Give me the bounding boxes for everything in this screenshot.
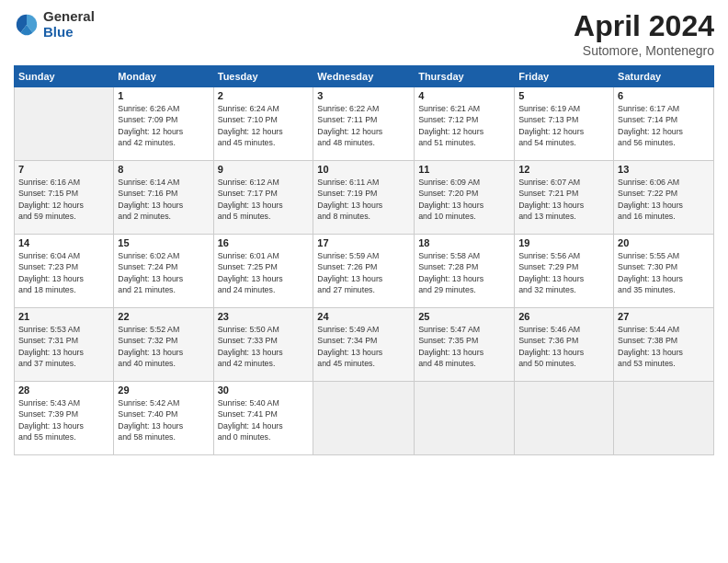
day-info-16: Sunrise: 6:01 AM Sunset: 7:25 PM Dayligh… xyxy=(218,250,310,295)
calendar-cell-w5-d7 xyxy=(614,382,714,455)
logo-general-text: General xyxy=(43,9,95,25)
calendar-cell-w4-d3: 23Sunrise: 5:50 AM Sunset: 7:33 PM Dayli… xyxy=(213,308,313,382)
day-info-27: Sunrise: 5:44 AM Sunset: 7:38 PM Dayligh… xyxy=(618,324,710,369)
day-number-16: 16 xyxy=(218,237,310,248)
day-info-14: Sunrise: 6:04 AM Sunset: 7:23 PM Dayligh… xyxy=(18,250,109,295)
day-number-18: 18 xyxy=(418,237,510,248)
day-number-14: 14 xyxy=(18,237,109,248)
day-number-22: 22 xyxy=(118,311,209,322)
day-info-1: Sunrise: 6:26 AM Sunset: 7:09 PM Dayligh… xyxy=(118,103,209,148)
calendar-cell-w4-d2: 22Sunrise: 5:52 AM Sunset: 7:32 PM Dayli… xyxy=(114,308,213,382)
day-info-30: Sunrise: 5:40 AM Sunset: 7:41 PM Dayligh… xyxy=(218,397,310,442)
calendar-cell-w2-d6: 12Sunrise: 6:07 AM Sunset: 7:21 PM Dayli… xyxy=(515,161,614,235)
calendar-header-row: Sunday Monday Tuesday Wednesday Thursday… xyxy=(15,66,714,87)
calendar-cell-w1-d7: 6Sunrise: 6:17 AM Sunset: 7:14 PM Daylig… xyxy=(614,87,714,161)
calendar-cell-w1-d4: 3Sunrise: 6:22 AM Sunset: 7:11 PM Daylig… xyxy=(313,87,415,161)
day-info-12: Sunrise: 6:07 AM Sunset: 7:21 PM Dayligh… xyxy=(518,177,609,222)
day-info-10: Sunrise: 6:11 AM Sunset: 7:19 PM Dayligh… xyxy=(317,177,410,222)
day-info-6: Sunrise: 6:17 AM Sunset: 7:14 PM Dayligh… xyxy=(618,103,710,148)
day-info-24: Sunrise: 5:49 AM Sunset: 7:34 PM Dayligh… xyxy=(317,324,410,369)
day-info-9: Sunrise: 6:12 AM Sunset: 7:17 PM Dayligh… xyxy=(218,177,310,222)
calendar-cell-w2-d1: 7Sunrise: 6:16 AM Sunset: 7:15 PM Daylig… xyxy=(15,161,114,235)
day-number-24: 24 xyxy=(317,311,410,322)
day-number-28: 28 xyxy=(18,385,109,396)
day-number-12: 12 xyxy=(518,164,609,175)
calendar-cell-w4-d1: 21Sunrise: 5:53 AM Sunset: 7:31 PM Dayli… xyxy=(15,308,114,382)
day-info-2: Sunrise: 6:24 AM Sunset: 7:10 PM Dayligh… xyxy=(218,103,310,148)
calendar-cell-w5-d1: 28Sunrise: 5:43 AM Sunset: 7:39 PM Dayli… xyxy=(15,382,114,455)
day-number-15: 15 xyxy=(118,237,209,248)
day-number-17: 17 xyxy=(317,237,410,248)
day-number-5: 5 xyxy=(518,90,609,101)
calendar-cell-w1-d3: 2Sunrise: 6:24 AM Sunset: 7:10 PM Daylig… xyxy=(213,87,313,161)
day-info-21: Sunrise: 5:53 AM Sunset: 7:31 PM Dayligh… xyxy=(18,324,109,369)
day-info-5: Sunrise: 6:19 AM Sunset: 7:13 PM Dayligh… xyxy=(518,103,609,148)
calendar-cell-w3-d2: 15Sunrise: 6:02 AM Sunset: 7:24 PM Dayli… xyxy=(114,235,213,308)
logo-text: General Blue xyxy=(43,9,95,40)
calendar-table: Sunday Monday Tuesday Wednesday Thursday… xyxy=(14,65,714,455)
day-info-15: Sunrise: 6:02 AM Sunset: 7:24 PM Dayligh… xyxy=(118,250,209,295)
calendar-cell-w2-d2: 8Sunrise: 6:14 AM Sunset: 7:16 PM Daylig… xyxy=(114,161,213,235)
day-info-22: Sunrise: 5:52 AM Sunset: 7:32 PM Dayligh… xyxy=(118,324,209,369)
day-number-21: 21 xyxy=(18,311,109,322)
day-number-1: 1 xyxy=(118,90,209,101)
calendar-cell-w2-d5: 11Sunrise: 6:09 AM Sunset: 7:20 PM Dayli… xyxy=(415,161,515,235)
day-number-19: 19 xyxy=(518,237,609,248)
calendar-title: April 2024 xyxy=(574,9,714,43)
day-info-26: Sunrise: 5:46 AM Sunset: 7:36 PM Dayligh… xyxy=(518,324,609,369)
day-info-28: Sunrise: 5:43 AM Sunset: 7:39 PM Dayligh… xyxy=(18,397,109,442)
logo-icon xyxy=(14,12,40,38)
logo-blue-text: Blue xyxy=(43,25,95,40)
day-number-10: 10 xyxy=(317,164,410,175)
calendar-cell-w3-d3: 16Sunrise: 6:01 AM Sunset: 7:25 PM Dayli… xyxy=(213,235,313,308)
day-number-20: 20 xyxy=(618,237,710,248)
day-number-4: 4 xyxy=(418,90,510,101)
calendar-cell-w5-d5 xyxy=(415,382,515,455)
day-info-7: Sunrise: 6:16 AM Sunset: 7:15 PM Dayligh… xyxy=(18,177,109,222)
calendar-cell-w5-d2: 29Sunrise: 5:42 AM Sunset: 7:40 PM Dayli… xyxy=(114,382,213,455)
calendar-week-5: 28Sunrise: 5:43 AM Sunset: 7:39 PM Dayli… xyxy=(15,382,714,455)
day-info-13: Sunrise: 6:06 AM Sunset: 7:22 PM Dayligh… xyxy=(618,177,710,222)
header-saturday: Saturday xyxy=(614,66,714,87)
calendar-cell-w1-d5: 4Sunrise: 6:21 AM Sunset: 7:12 PM Daylig… xyxy=(415,87,515,161)
day-info-20: Sunrise: 5:55 AM Sunset: 7:30 PM Dayligh… xyxy=(618,250,710,295)
day-number-9: 9 xyxy=(218,164,310,175)
day-info-17: Sunrise: 5:59 AM Sunset: 7:26 PM Dayligh… xyxy=(317,250,410,295)
calendar-cell-w4-d7: 27Sunrise: 5:44 AM Sunset: 7:38 PM Dayli… xyxy=(614,308,714,382)
calendar-cell-w4-d6: 26Sunrise: 5:46 AM Sunset: 7:36 PM Dayli… xyxy=(515,308,614,382)
day-info-11: Sunrise: 6:09 AM Sunset: 7:20 PM Dayligh… xyxy=(418,177,510,222)
day-info-23: Sunrise: 5:50 AM Sunset: 7:33 PM Dayligh… xyxy=(218,324,310,369)
calendar-cell-w4-d5: 25Sunrise: 5:47 AM Sunset: 7:35 PM Dayli… xyxy=(415,308,515,382)
day-info-3: Sunrise: 6:22 AM Sunset: 7:11 PM Dayligh… xyxy=(317,103,410,148)
calendar-cell-w2-d4: 10Sunrise: 6:11 AM Sunset: 7:19 PM Dayli… xyxy=(313,161,415,235)
header-thursday: Thursday xyxy=(415,66,515,87)
calendar-cell-w1-d1 xyxy=(15,87,114,161)
calendar-cell-w5-d6 xyxy=(515,382,614,455)
calendar-location: Sutomore, Montenegro xyxy=(574,43,714,58)
calendar-cell-w5-d3: 30Sunrise: 5:40 AM Sunset: 7:41 PM Dayli… xyxy=(213,382,313,455)
calendar-cell-w3-d4: 17Sunrise: 5:59 AM Sunset: 7:26 PM Dayli… xyxy=(313,235,415,308)
day-info-29: Sunrise: 5:42 AM Sunset: 7:40 PM Dayligh… xyxy=(118,397,209,442)
page-container: General Blue April 2024 Sutomore, Monten… xyxy=(0,0,728,465)
day-number-11: 11 xyxy=(418,164,510,175)
header: General Blue April 2024 Sutomore, Monten… xyxy=(14,9,714,58)
day-number-13: 13 xyxy=(618,164,710,175)
header-monday: Monday xyxy=(114,66,213,87)
logo: General Blue xyxy=(14,9,95,40)
calendar-cell-w3-d6: 19Sunrise: 5:56 AM Sunset: 7:29 PM Dayli… xyxy=(515,235,614,308)
day-number-26: 26 xyxy=(518,311,609,322)
calendar-week-4: 21Sunrise: 5:53 AM Sunset: 7:31 PM Dayli… xyxy=(15,308,714,382)
title-block: April 2024 Sutomore, Montenegro xyxy=(574,9,714,58)
day-info-19: Sunrise: 5:56 AM Sunset: 7:29 PM Dayligh… xyxy=(518,250,609,295)
calendar-week-3: 14Sunrise: 6:04 AM Sunset: 7:23 PM Dayli… xyxy=(15,235,714,308)
header-wednesday: Wednesday xyxy=(313,66,415,87)
calendar-cell-w3-d5: 18Sunrise: 5:58 AM Sunset: 7:28 PM Dayli… xyxy=(415,235,515,308)
day-number-7: 7 xyxy=(18,164,109,175)
day-info-4: Sunrise: 6:21 AM Sunset: 7:12 PM Dayligh… xyxy=(418,103,510,148)
day-number-6: 6 xyxy=(618,90,710,101)
calendar-week-2: 7Sunrise: 6:16 AM Sunset: 7:15 PM Daylig… xyxy=(15,161,714,235)
day-number-29: 29 xyxy=(118,385,209,396)
day-info-25: Sunrise: 5:47 AM Sunset: 7:35 PM Dayligh… xyxy=(418,324,510,369)
day-number-2: 2 xyxy=(218,90,310,101)
day-number-23: 23 xyxy=(218,311,310,322)
